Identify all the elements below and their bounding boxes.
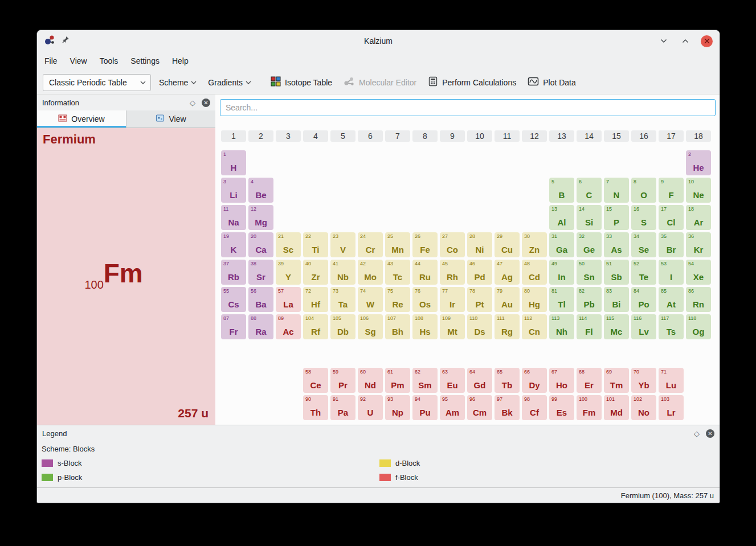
float-panel-icon[interactable]: ◇ — [190, 98, 195, 107]
legend-close-icon[interactable]: ✕ — [706, 429, 714, 438]
element-Te[interactable]: 52Te — [631, 260, 656, 285]
element-B[interactable]: 5B — [549, 178, 574, 203]
element-Au[interactable]: 79Au — [495, 287, 520, 312]
element-Cl[interactable]: 17Cl — [659, 205, 684, 230]
element-Tb[interactable]: 65Tb — [495, 368, 520, 393]
element-Ho[interactable]: 67Ho — [549, 368, 574, 393]
element-La[interactable]: 57La — [276, 287, 301, 312]
element-Rh[interactable]: 45Rh — [440, 260, 465, 285]
element-Ra[interactable]: 88Ra — [248, 314, 273, 339]
element-Hg[interactable]: 80Hg — [522, 287, 547, 312]
element-Pd[interactable]: 46Pd — [467, 260, 492, 285]
element-Pb[interactable]: 82Pb — [577, 287, 602, 312]
close-button[interactable] — [701, 35, 713, 47]
element-Sg[interactable]: 106Sg — [358, 314, 383, 339]
maximize-button[interactable] — [679, 35, 692, 47]
element-Be[interactable]: 4Be — [248, 178, 273, 203]
element-Kr[interactable]: 36Kr — [686, 232, 711, 257]
element-Bh[interactable]: 107Bh — [385, 314, 410, 339]
element-Tm[interactable]: 69Tm — [604, 368, 629, 393]
table-type-select[interactable]: Classic Periodic Table — [43, 74, 151, 91]
element-Ag[interactable]: 47Ag — [495, 260, 520, 285]
element-Db[interactable]: 105Db — [330, 314, 355, 339]
element-Rg[interactable]: 111Rg — [495, 314, 520, 339]
element-Md[interactable]: 101Md — [604, 395, 629, 420]
element-Ta[interactable]: 73Ta — [330, 287, 355, 312]
element-Po[interactable]: 84Po — [631, 287, 656, 312]
element-Br[interactable]: 35Br — [659, 232, 684, 257]
element-Fr[interactable]: 87Fr — [221, 314, 246, 339]
element-P[interactable]: 15P — [604, 205, 629, 230]
element-U[interactable]: 92U — [358, 395, 383, 420]
element-Tc[interactable]: 43Tc — [385, 260, 410, 285]
element-Cs[interactable]: 55Cs — [221, 287, 246, 312]
element-Mn[interactable]: 25Mn — [385, 232, 410, 257]
element-Es[interactable]: 99Es — [549, 395, 574, 420]
element-Fm[interactable]: 100Fm — [577, 395, 602, 420]
element-Ru[interactable]: 44Ru — [412, 260, 438, 285]
element-K[interactable]: 19K — [221, 232, 246, 257]
element-Cu[interactable]: 29Cu — [495, 232, 520, 257]
element-Pu[interactable]: 94Pu — [412, 395, 438, 420]
element-Cm[interactable]: 96Cm — [467, 395, 492, 420]
element-Mg[interactable]: 12Mg — [248, 205, 273, 230]
element-Lr[interactable]: 103Lr — [659, 395, 684, 420]
element-Er[interactable]: 68Er — [577, 368, 602, 393]
element-Ds[interactable]: 110Ds — [467, 314, 492, 339]
element-Sb[interactable]: 51Sb — [604, 260, 629, 285]
menu-item-help[interactable]: Help — [166, 52, 195, 71]
element-F[interactable]: 9F — [659, 178, 684, 203]
tab-overview[interactable]: Overview — [37, 110, 126, 128]
isotope-table-button[interactable]: Isotope Table — [271, 76, 332, 88]
element-W[interactable]: 74W — [358, 287, 383, 312]
element-N[interactable]: 7N — [604, 178, 629, 203]
menu-item-view[interactable]: View — [64, 52, 93, 71]
element-Mt[interactable]: 109Mt — [440, 314, 465, 339]
element-Zr[interactable]: 40Zr — [303, 260, 328, 285]
element-V[interactable]: 23V — [330, 232, 355, 257]
element-Hs[interactable]: 108Hs — [412, 314, 438, 339]
element-Sm[interactable]: 62Sm — [412, 368, 438, 393]
element-Og[interactable]: 118Og — [686, 314, 711, 339]
element-Fl[interactable]: 114Fl — [577, 314, 602, 339]
element-Yb[interactable]: 70Yb — [631, 368, 656, 393]
element-Ni[interactable]: 28Ni — [467, 232, 492, 257]
element-Mo[interactable]: 42Mo — [358, 260, 383, 285]
menu-item-tools[interactable]: Tools — [93, 52, 125, 71]
element-Re[interactable]: 75Re — [385, 287, 410, 312]
element-Lv[interactable]: 116Lv — [631, 314, 656, 339]
element-Rn[interactable]: 86Rn — [686, 287, 711, 312]
element-Ge[interactable]: 32Ge — [577, 232, 602, 257]
menu-item-file[interactable]: File — [38, 52, 64, 71]
element-Ne[interactable]: 10Ne — [686, 178, 711, 203]
element-At[interactable]: 85At — [659, 287, 684, 312]
element-Rf[interactable]: 104Rf — [303, 314, 328, 339]
element-Zn[interactable]: 30Zn — [522, 232, 547, 257]
element-Pt[interactable]: 78Pt — [467, 287, 492, 312]
element-Hf[interactable]: 72Hf — [303, 287, 328, 312]
element-Na[interactable]: 11Na — [221, 205, 246, 230]
element-Os[interactable]: 76Os — [412, 287, 438, 312]
element-Dy[interactable]: 66Dy — [522, 368, 547, 393]
tab-view[interactable]: View — [126, 110, 215, 128]
element-Y[interactable]: 39Y — [276, 260, 301, 285]
element-Am[interactable]: 95Am — [440, 395, 465, 420]
element-Gd[interactable]: 64Gd — [467, 368, 492, 393]
element-Nb[interactable]: 41Nb — [330, 260, 355, 285]
element-Pm[interactable]: 61Pm — [385, 368, 410, 393]
element-Cf[interactable]: 98Cf — [522, 395, 547, 420]
element-Ti[interactable]: 22Ti — [303, 232, 328, 257]
element-Ba[interactable]: 56Ba — [248, 287, 273, 312]
legend-float-icon[interactable]: ◇ — [694, 429, 700, 438]
element-Al[interactable]: 13Al — [549, 205, 574, 230]
element-Nh[interactable]: 113Nh — [549, 314, 574, 339]
element-Se[interactable]: 34Se — [631, 232, 656, 257]
element-Lu[interactable]: 71Lu — [659, 368, 684, 393]
menu-item-settings[interactable]: Settings — [124, 52, 166, 71]
element-Bi[interactable]: 83Bi — [604, 287, 629, 312]
element-Ce[interactable]: 58Ce — [303, 368, 328, 393]
element-H[interactable]: 1H — [221, 150, 246, 175]
element-C[interactable]: 6C — [577, 178, 602, 203]
element-Sn[interactable]: 50Sn — [577, 260, 602, 285]
element-Mc[interactable]: 115Mc — [604, 314, 629, 339]
